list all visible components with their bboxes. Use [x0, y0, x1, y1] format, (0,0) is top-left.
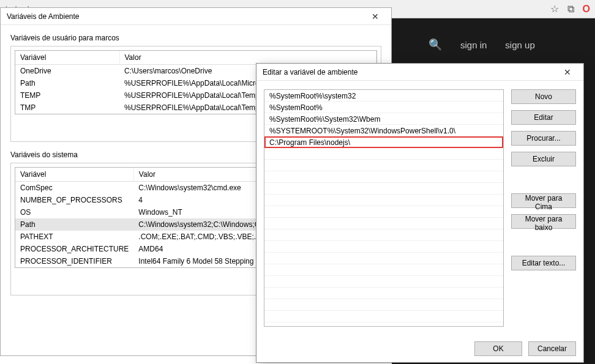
path-entry[interactable]	[264, 241, 503, 253]
path-entry[interactable]	[264, 148, 503, 160]
var-cell: NUMBER_OF_PROCESSORS	[15, 194, 133, 206]
signup-link[interactable]: sign up	[505, 40, 534, 50]
edit-path-titlebar: Editar a variável de ambiente ✕	[256, 64, 583, 81]
path-entry[interactable]	[264, 288, 503, 299]
path-entry[interactable]	[264, 171, 503, 183]
user-vars-label: Variáveis de usuário para marcos	[10, 34, 381, 42]
var-cell: ComSpec	[15, 182, 133, 195]
path-entry[interactable]	[264, 299, 503, 311]
var-cell: TEMP	[15, 89, 119, 102]
var-cell: PROCESSOR_ARCHITECTURE	[15, 243, 133, 255]
path-entry[interactable]	[264, 195, 503, 206]
var-cell: OS	[15, 206, 133, 218]
browse-button[interactable]: Procurar...	[511, 131, 576, 146]
path-entry[interactable]: %SystemRoot%\system32	[264, 90, 503, 102]
col-variable[interactable]: Variável	[15, 51, 119, 65]
var-cell: PATHEXT	[15, 231, 133, 243]
new-button[interactable]: Novo	[511, 89, 576, 104]
var-cell: PROCESSOR_IDENTIFIER	[15, 255, 133, 267]
star-icon[interactable]: ☆	[550, 3, 559, 15]
path-entry[interactable]	[264, 253, 503, 264]
page-nav: 🔍 sign in sign up	[392, 29, 595, 60]
path-entry[interactable]	[264, 229, 503, 241]
path-list[interactable]: %SystemRoot%\system32%SystemRoot%%System…	[264, 89, 504, 327]
ok-button[interactable]: OK	[474, 341, 522, 356]
path-entry[interactable]	[264, 264, 503, 276]
path-entry[interactable]: %SystemRoot%\System32\Wbem	[264, 113, 503, 125]
signin-link[interactable]: sign in	[460, 40, 487, 50]
search-icon[interactable]: 🔍	[428, 38, 442, 51]
edit-text-button[interactable]: Editar texto...	[511, 256, 576, 270]
move-down-button[interactable]: Mover para baixo	[511, 214, 576, 229]
edit-path-title: Editar a variável de ambiente	[263, 68, 357, 76]
close-icon[interactable]: ✕	[555, 67, 580, 77]
path-entry[interactable]	[264, 206, 503, 218]
opera-icon[interactable]: O	[583, 4, 590, 15]
col-variable[interactable]: Variável	[15, 168, 133, 182]
bookmark-icon[interactable]: ⧉	[567, 4, 574, 15]
path-entry[interactable]: %SYSTEMROOT%\System32\WindowsPowerShell\…	[264, 125, 503, 136]
close-icon[interactable]: ✕	[363, 12, 387, 21]
edit-button[interactable]: Editar	[511, 110, 576, 125]
var-cell: OneDrive	[15, 65, 119, 78]
env-vars-titlebar: Variáveis de Ambiente ✕	[1, 8, 391, 25]
edit-buttons-col: Novo Editar Procurar... Excluir Mover pa…	[511, 89, 576, 327]
path-entry[interactable]	[264, 160, 503, 171]
move-up-button[interactable]: Mover para Cima	[511, 193, 576, 208]
delete-button[interactable]: Excluir	[511, 152, 576, 166]
env-vars-title: Variáveis de Ambiente	[7, 12, 80, 21]
edit-path-dialog: Editar a variável de ambiente ✕ %SystemR…	[256, 63, 584, 363]
var-cell: TMP	[15, 102, 119, 114]
path-entry[interactable]: %SystemRoot%	[264, 102, 503, 113]
path-entry[interactable]: C:\Program Files\nodejs\	[264, 136, 503, 148]
var-cell: Path	[15, 77, 119, 89]
path-entry[interactable]	[264, 276, 503, 288]
cancel-button[interactable]: Cancelar	[528, 341, 576, 356]
path-entry[interactable]	[264, 311, 503, 322]
path-entry[interactable]	[264, 218, 503, 229]
var-cell: Path	[15, 218, 133, 231]
path-entry[interactable]	[264, 183, 503, 195]
